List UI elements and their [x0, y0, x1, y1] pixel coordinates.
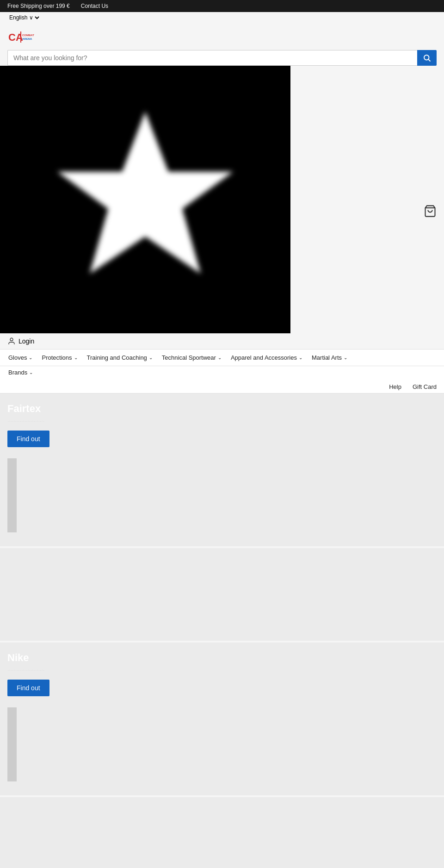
chevron-down-icon: ⌄ — [74, 355, 78, 360]
svg-text:ARENA: ARENA — [22, 37, 32, 40]
nav-item-training[interactable]: Training and Coaching ⌄ — [82, 350, 157, 366]
search-icon — [423, 54, 431, 62]
nav-label-sportwear: Technical Sportwear — [162, 354, 216, 361]
cart-icon-wrap[interactable] — [424, 205, 437, 219]
chevron-down-icon: ⌄ — [29, 355, 32, 360]
hero-section — [0, 66, 444, 333]
language-selector[interactable]: English ∨ Français Deutsch Español — [7, 14, 41, 21]
brand-image-fairtex — [7, 458, 17, 532]
svg-point-10 — [10, 338, 13, 341]
logo-area: CA COMBAT ARENA — [7, 28, 437, 46]
brand-tagline-fairtex: ........................ — [7, 417, 437, 423]
language-bar: English ∨ Français Deutsch Español — [0, 12, 444, 23]
brand-card-nike: Nike ........................ Find out — [0, 643, 444, 795]
nav-label-apparel: Apparel and Accessories — [231, 354, 297, 361]
nav-label-protections: Protections — [42, 354, 72, 361]
nav-label-training: Training and Coaching — [87, 354, 147, 361]
nav-item-martial-arts[interactable]: Martial Arts ⌄ — [307, 350, 352, 366]
nav-item-apparel[interactable]: Apparel and Accessories ⌄ — [226, 350, 307, 366]
brand-image-nike — [7, 707, 17, 781]
brand-tagline-nike: ........................ — [7, 666, 437, 672]
logo[interactable]: CA COMBAT ARENA — [7, 28, 49, 46]
nav-row2-list: Brands ⌄ — [4, 366, 440, 379]
find-out-button-nike[interactable]: Find out — [7, 680, 49, 696]
cart-icon — [424, 205, 437, 218]
chevron-down-icon: ⌄ — [344, 355, 347, 360]
brand-name-nike: Nike — [7, 652, 437, 664]
find-out-button-fairtex[interactable]: Find out — [7, 431, 49, 447]
header: CA COMBAT ARENA — [0, 23, 444, 66]
search-input[interactable] — [7, 50, 417, 66]
top-bar: Free Shipping over 199 € Contact Us — [0, 0, 444, 12]
nav-item-brands[interactable]: Brands ⌄ — [4, 366, 37, 379]
chevron-down-icon: ⌄ — [218, 355, 222, 360]
brand-name-fairtex: Fairtex — [7, 403, 437, 415]
nav-row2: Brands ⌄ — [0, 366, 444, 381]
secondary-links: Help Gift Card — [0, 381, 444, 393]
nav-label-martial-arts: Martial Arts — [312, 354, 342, 361]
svg-point-5 — [424, 55, 429, 60]
chevron-down-icon: ⌄ — [149, 355, 153, 360]
nav-list: Gloves ⌄ Protections ⌄ Training and Coac… — [4, 350, 440, 366]
user-icon — [7, 337, 16, 345]
svg-line-6 — [428, 59, 430, 61]
svg-rect-4 — [20, 31, 21, 43]
chevron-down-icon: ⌄ — [29, 370, 33, 375]
gift-card-link[interactable]: Gift Card — [413, 383, 437, 390]
nav-item-sportwear[interactable]: Technical Sportwear ⌄ — [157, 350, 226, 366]
search-button[interactable] — [417, 50, 437, 66]
nav-item-gloves[interactable]: Gloves ⌄ — [4, 350, 37, 366]
search-row — [7, 50, 437, 66]
nav-label-brands: Brands — [8, 369, 27, 376]
login-bar[interactable]: Login — [0, 333, 444, 349]
brand-card-inner-nike: Nike ........................ Find out — [7, 652, 437, 791]
brand-card-inner-fairtex: Fairtex ........................ Find ou… — [7, 403, 437, 542]
brand-card-spacer-1 — [0, 548, 444, 641]
brand-card-fairtex: Fairtex ........................ Find ou… — [0, 393, 444, 546]
brands-section: Fairtex ........................ Find ou… — [0, 393, 444, 868]
login-label: Login — [18, 337, 34, 345]
hero-image — [0, 66, 290, 333]
hero-star — [34, 93, 256, 306]
chevron-down-icon: ⌄ — [299, 355, 302, 360]
brand-card-spacer-2 — [0, 797, 444, 868]
contact-us-link[interactable]: Contact Us — [81, 3, 108, 9]
svg-text:COMBAT: COMBAT — [22, 34, 34, 37]
main-nav: Gloves ⌄ Protections ⌄ Training and Coac… — [0, 349, 444, 366]
nav-item-protections[interactable]: Protections ⌄ — [37, 350, 82, 366]
help-link[interactable]: Help — [389, 383, 401, 390]
shipping-text: Free Shipping over 199 € — [7, 3, 70, 9]
nav-label-gloves: Gloves — [8, 354, 27, 361]
